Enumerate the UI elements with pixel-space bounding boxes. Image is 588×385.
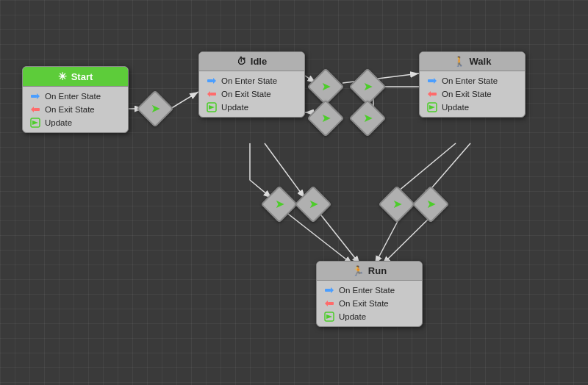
node-idle-title: Idle (251, 56, 267, 67)
arrow-icon: ➤ (363, 112, 373, 124)
idle-icon: ⏱ (237, 56, 246, 67)
svg-rect-13 (428, 79, 434, 82)
idle-exit-row: On Exit State (207, 89, 297, 99)
node-idle-header: ⏱ Idle (199, 52, 304, 71)
arrow-icon: ➤ (309, 198, 318, 210)
svg-marker-2 (37, 93, 40, 99)
enter-icon (207, 76, 217, 86)
exit-icon (207, 89, 217, 99)
node-start-title: Start (71, 71, 93, 82)
connector-walk-idle-bottom[interactable]: ➤ (354, 105, 381, 132)
arrow-icon: ➤ (321, 112, 331, 124)
node-walk-title: Walk (470, 56, 492, 67)
node-run-title: Run (368, 265, 387, 276)
node-idle-body: On Enter State On Exit State Update (199, 71, 304, 117)
idle-update-row: Update (207, 102, 297, 112)
svg-marker-12 (209, 105, 215, 109)
update-icon (427, 102, 437, 112)
svg-rect-3 (34, 108, 40, 111)
node-start[interactable]: ✳ Start On Enter State On Exit State (22, 66, 129, 133)
svg-marker-4 (31, 107, 34, 112)
svg-marker-18 (429, 105, 435, 109)
update-icon (207, 102, 217, 112)
svg-marker-10 (207, 91, 210, 97)
idle-enter-row: On Enter State (207, 76, 297, 86)
node-start-header: ✳ Start (23, 67, 128, 87)
exit-icon (324, 298, 334, 309)
arrow-icon: ➤ (392, 198, 402, 210)
connector-bottom-3[interactable]: ➤ (384, 191, 410, 217)
exit-icon (427, 89, 437, 99)
walk-icon: 🚶 (453, 56, 465, 67)
update-icon (324, 312, 334, 322)
run-icon: 🏃 (352, 265, 364, 276)
arrow-icon: ➤ (275, 198, 284, 210)
arrow-icon: ➤ (151, 103, 160, 115)
svg-marker-8 (213, 78, 216, 84)
start-icon: ✳ (58, 71, 67, 82)
svg-rect-7 (207, 79, 213, 82)
node-walk-header: 🚶 Walk (420, 52, 525, 71)
node-run-body: On Enter State On Exit State Update (317, 281, 422, 326)
start-update-row: Update (30, 118, 121, 128)
node-idle[interactable]: ⏱ Idle On Enter State On Exit State (198, 51, 305, 118)
enter-icon (324, 285, 334, 295)
walk-update-row: Update (427, 102, 517, 112)
node-walk[interactable]: 🚶 Walk On Enter State On Exit State (419, 51, 526, 118)
svg-marker-24 (326, 314, 332, 319)
connector-bottom-4[interactable]: ➤ (417, 191, 444, 217)
enter-icon (30, 91, 40, 101)
node-walk-body: On Enter State On Exit State Update (420, 71, 525, 117)
svg-rect-9 (210, 93, 216, 96)
svg-marker-16 (428, 91, 431, 97)
start-exit-row: On Exit State (30, 104, 121, 115)
run-update-row: Update (324, 312, 415, 322)
arrow-icon: ➤ (363, 81, 373, 93)
walk-exit-row: On Exit State (427, 89, 517, 99)
start-enter-row: On Enter State (30, 91, 121, 101)
walk-enter-row: On Enter State (427, 76, 517, 86)
svg-marker-20 (331, 287, 334, 293)
connector-walk-idle-top[interactable]: ➤ (354, 73, 381, 100)
run-exit-row: On Exit State (324, 298, 415, 309)
node-start-body: On Enter State On Exit State Update (23, 87, 128, 132)
canvas: ✳ Start On Enter State On Exit State (0, 0, 588, 385)
node-run[interactable]: 🏃 Run On Enter State On Exit State (316, 261, 423, 327)
arrow-icon: ➤ (321, 81, 331, 93)
svg-marker-6 (32, 120, 38, 125)
run-enter-row: On Enter State (324, 285, 415, 295)
svg-marker-14 (434, 78, 437, 84)
svg-rect-19 (325, 289, 331, 292)
enter-icon (427, 76, 437, 86)
svg-rect-21 (328, 302, 334, 305)
connector-idle-walk-bottom[interactable]: ➤ (312, 105, 339, 132)
arrow-icon: ➤ (426, 198, 436, 210)
svg-rect-1 (31, 95, 37, 98)
connector-bottom-1[interactable]: ➤ (266, 191, 293, 217)
exit-icon (30, 104, 40, 115)
node-run-header: 🏃 Run (317, 262, 422, 281)
svg-marker-22 (325, 301, 328, 306)
update-icon (30, 118, 40, 128)
connector-idle-walk-top[interactable]: ➤ (312, 73, 339, 100)
connector-bottom-2[interactable]: ➤ (300, 191, 326, 217)
svg-rect-15 (431, 93, 437, 96)
connector-start-idle[interactable]: ➤ (142, 96, 168, 122)
